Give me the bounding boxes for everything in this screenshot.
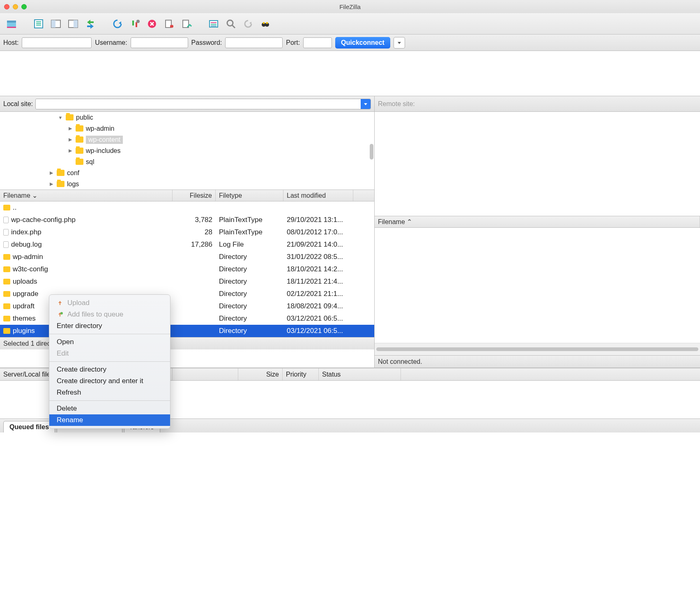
filter-button[interactable] xyxy=(206,16,221,31)
remote-site-combo[interactable] xyxy=(417,99,697,109)
menu-item-delete[interactable]: Delete xyxy=(49,403,170,414)
col-queue-size[interactable]: Size xyxy=(238,368,283,380)
quickconnect-history-button[interactable] xyxy=(394,37,405,49)
file-row[interactable]: index.php28PlainTextType08/01/2012 17:0.… xyxy=(0,226,374,238)
menu-item-create-directory[interactable]: Create directory xyxy=(49,364,170,375)
col-status[interactable]: Status xyxy=(319,368,401,380)
quickconnect-button[interactable]: Quickconnect xyxy=(335,37,390,49)
local-site-combo[interactable] xyxy=(35,99,371,109)
folder-icon xyxy=(3,316,10,321)
local-site-input[interactable] xyxy=(36,99,361,109)
local-file-header: Filename⌄ Filesize Filetype Last modifie… xyxy=(0,190,374,201)
chevron-right-icon[interactable]: ▶ xyxy=(48,170,54,176)
tree-item[interactable]: ▼public xyxy=(0,112,374,123)
file-type: Directory xyxy=(216,302,283,310)
process-queue-button[interactable] xyxy=(127,16,142,31)
local-site-bar: Local site: xyxy=(0,96,374,112)
tree-label: public xyxy=(76,114,93,121)
toggle-local-tree-button[interactable] xyxy=(48,16,63,31)
local-tree[interactable]: ▼public▶wp-admin▶wp-content▶wp-includess… xyxy=(0,112,374,190)
svg-point-34 xyxy=(60,312,63,314)
col-priority[interactable]: Priority xyxy=(283,368,319,380)
menu-item-create-directory-and-enter-it[interactable]: Create directory and enter it xyxy=(49,375,170,387)
tree-item[interactable]: ▶conf xyxy=(0,167,374,178)
tree-label: wp-content xyxy=(86,136,123,144)
site-manager-button[interactable] xyxy=(4,16,19,31)
remote-tree xyxy=(375,112,700,216)
toggle-remote-tree-button[interactable] xyxy=(66,16,81,31)
remote-scrollbar[interactable] xyxy=(375,343,700,355)
col-filetype[interactable]: Filetype xyxy=(216,190,283,201)
chevron-down-icon[interactable]: ▼ xyxy=(58,115,63,120)
file-name: wp-admin xyxy=(13,253,43,261)
svg-point-25 xyxy=(227,20,233,26)
file-modified: 03/12/2021 06:5... xyxy=(283,314,353,323)
file-type: Directory xyxy=(216,290,283,298)
titlebar: FileZilla xyxy=(0,0,700,13)
file-row[interactable]: uploadsDirectory18/11/2021 21:4... xyxy=(0,275,374,288)
file-type: Directory xyxy=(216,265,283,273)
file-row[interactable]: wp-cache-config.php3,782PlainTextType29/… xyxy=(0,214,374,226)
folder-icon xyxy=(76,125,83,132)
chevron-right-icon[interactable]: ▶ xyxy=(48,181,54,187)
file-row[interactable]: .. xyxy=(0,201,374,214)
scrollbar-thumb[interactable] xyxy=(370,144,373,160)
port-input[interactable] xyxy=(303,37,332,48)
col-remote-filename[interactable]: Filename⌃ xyxy=(375,216,700,227)
menu-label: Create directory xyxy=(57,365,106,374)
menu-item-open[interactable]: Open xyxy=(49,336,170,348)
host-input[interactable] xyxy=(22,37,92,48)
file-row[interactable]: wp-adminDirectory31/01/2022 08:5... xyxy=(0,251,374,263)
col-filename[interactable]: Filename⌄ xyxy=(0,190,173,201)
folder-icon xyxy=(76,148,83,154)
menu-item-upload: Upload xyxy=(49,297,170,309)
file-name: w3tc-config xyxy=(13,265,48,273)
folder-icon xyxy=(57,181,64,187)
upload-icon xyxy=(57,300,63,306)
refresh-button[interactable] xyxy=(110,16,125,31)
folder-icon xyxy=(3,266,10,272)
file-modified: 08/01/2012 17:0... xyxy=(283,228,353,236)
file-row[interactable]: w3tc-configDirectory18/10/2021 14:2... xyxy=(0,263,374,275)
menu-item-enter-directory[interactable]: Enter directory xyxy=(49,320,170,332)
file-size: 28 xyxy=(173,228,216,236)
tree-item[interactable]: ▶wp-includes xyxy=(0,145,374,156)
file-name: updraft xyxy=(13,302,35,310)
col-modified[interactable]: Last modified xyxy=(283,190,353,201)
chevron-right-icon[interactable]: ▶ xyxy=(67,126,73,131)
disconnect-button[interactable] xyxy=(162,16,177,31)
toggle-log-button[interactable] xyxy=(31,16,46,31)
menu-item-rename[interactable]: Rename xyxy=(49,414,170,426)
remote-status: Not connected. xyxy=(375,355,700,368)
tab-queued[interactable]: Queued files xyxy=(3,421,55,432)
file-row[interactable]: debug.log17,286Log File21/09/2021 14:0..… xyxy=(0,238,374,251)
folder-icon xyxy=(3,303,10,309)
username-input[interactable] xyxy=(131,37,188,48)
reconnect-button[interactable] xyxy=(179,16,194,31)
password-input[interactable] xyxy=(225,37,283,48)
tree-item[interactable]: ▶wp-admin xyxy=(0,123,374,134)
directory-compare-button[interactable] xyxy=(223,16,238,31)
tree-label: sql xyxy=(86,158,94,166)
tree-item[interactable]: sql xyxy=(0,156,374,167)
tree-item[interactable]: ▶logs xyxy=(0,178,374,190)
menu-label: Enter directory xyxy=(57,322,102,330)
remote-site-input[interactable] xyxy=(417,99,697,109)
svg-rect-8 xyxy=(51,20,55,28)
menu-label: Edit xyxy=(57,349,69,358)
file-icon xyxy=(3,217,9,223)
file-name: index.php xyxy=(11,228,41,236)
toggle-queue-button[interactable] xyxy=(83,16,98,31)
chevron-right-icon[interactable]: ▶ xyxy=(67,148,73,153)
chevron-down-icon[interactable] xyxy=(361,99,371,109)
sync-browse-button[interactable] xyxy=(241,16,256,31)
chevron-right-icon[interactable]: ▶ xyxy=(67,137,73,142)
file-name: wp-cache-config.php xyxy=(11,216,76,224)
menu-item-refresh[interactable]: Refresh xyxy=(49,387,170,398)
col-filesize[interactable]: Filesize xyxy=(173,190,216,201)
tree-item[interactable]: ▶wp-content xyxy=(0,134,374,145)
file-name: upgrade xyxy=(13,290,38,298)
search-button[interactable] xyxy=(258,16,273,31)
file-modified: 02/12/2021 21:1... xyxy=(283,290,353,298)
cancel-button[interactable] xyxy=(145,16,159,31)
